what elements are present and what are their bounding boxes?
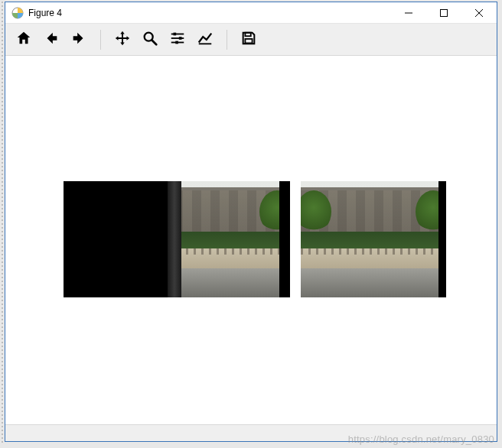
home-icon [15, 30, 32, 49]
arrow-left-icon [43, 30, 60, 49]
svg-line-6 [152, 41, 157, 45]
left-edge-decoration [2, 2, 3, 443]
window-controls [391, 2, 497, 23]
window-title: Figure 4 [28, 8, 391, 18]
svg-rect-10 [179, 37, 182, 40]
edit-axes-button[interactable] [191, 26, 219, 54]
statusbar [5, 424, 497, 441]
save-icon [240, 30, 257, 49]
pan-button[interactable] [109, 26, 136, 54]
move-icon [114, 30, 131, 49]
sliders-icon [169, 30, 186, 49]
arrow-right-icon [70, 30, 87, 49]
subplot-right [301, 181, 446, 297]
close-button[interactable] [461, 2, 497, 23]
subplot-left [64, 181, 290, 297]
matplotlib-icon [11, 7, 24, 19]
chart-line-icon [197, 30, 214, 49]
subplot-container [64, 181, 446, 297]
configure-subplots-button[interactable] [164, 26, 191, 54]
black-mask-region [279, 181, 290, 297]
back-button[interactable] [37, 26, 65, 54]
black-mask-region [168, 181, 181, 297]
toolbar-separator [227, 30, 227, 50]
figure-window: Figure 4 [5, 2, 497, 442]
toolbar [5, 24, 497, 56]
svg-rect-2 [441, 9, 448, 16]
minimize-button[interactable] [391, 2, 426, 23]
black-mask-region [438, 181, 446, 297]
forward-button[interactable] [65, 26, 93, 54]
zoom-button[interactable] [136, 26, 164, 54]
titlebar: Figure 4 [5, 2, 497, 24]
svg-rect-8 [174, 33, 177, 36]
toolbar-separator [100, 30, 101, 50]
svg-rect-14 [245, 33, 250, 37]
black-mask-region [64, 181, 168, 297]
svg-rect-15 [245, 39, 252, 43]
image-content [301, 181, 446, 297]
figure-canvas[interactable] [5, 56, 497, 424]
home-button[interactable] [10, 26, 37, 54]
magnifier-icon [142, 30, 158, 49]
maximize-button[interactable] [426, 2, 461, 23]
save-button[interactable] [235, 26, 262, 54]
svg-rect-12 [175, 41, 178, 44]
